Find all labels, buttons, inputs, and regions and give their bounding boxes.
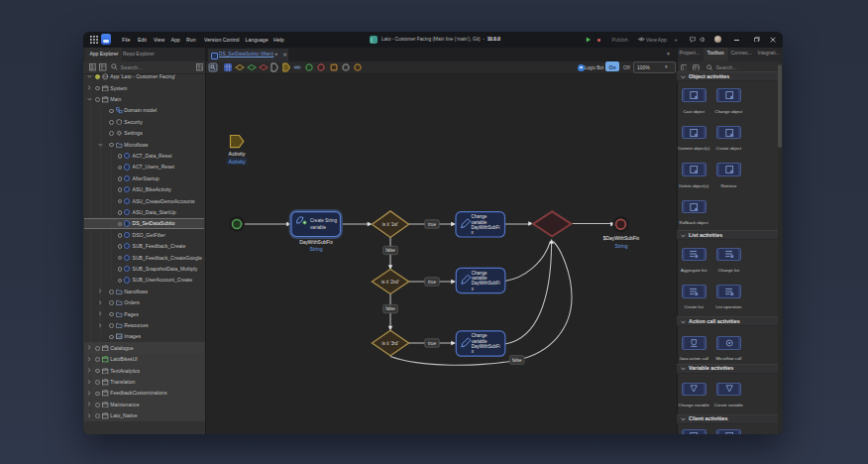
svg-text:Activity: Activity: [229, 159, 246, 165]
svg-text:DayWithSubFi: DayWithSubFi: [472, 281, 500, 286]
svg-text:Change: Change: [472, 271, 488, 276]
svg-text:String: String: [615, 244, 628, 249]
svg-text:is it ‘3rd’: is it ‘3rd’: [382, 341, 399, 346]
svg-text:is it ‘1st’: is it ‘1st’: [382, 222, 398, 227]
svg-text:variable: variable: [472, 339, 488, 344]
svg-text:true: true: [428, 222, 436, 227]
svg-text:$DayWithSubFix: $DayWithSubFix: [603, 236, 640, 241]
svg-text:String: String: [310, 247, 323, 252]
svg-text:false: false: [512, 358, 522, 363]
svg-text:Change: Change: [472, 333, 488, 338]
svg-text:DayWithSubFi: DayWithSubFi: [472, 344, 500, 349]
svg-text:variable: variable: [310, 225, 327, 230]
svg-text:is it ‘2nd’: is it ‘2nd’: [381, 280, 399, 285]
svg-text:DayWithSubFi: DayWithSubFi: [472, 225, 500, 230]
svg-text:false: false: [385, 248, 395, 253]
svg-text:Create String: Create String: [310, 218, 338, 223]
svg-text:variable: variable: [472, 220, 488, 225]
svg-text:Activity: Activity: [229, 151, 246, 157]
svg-text:false: false: [385, 306, 395, 311]
svg-text:true: true: [428, 280, 436, 285]
svg-text:true: true: [428, 341, 436, 346]
svg-text:DayWithSubFix: DayWithSubFix: [299, 240, 333, 245]
svg-text:Change: Change: [472, 214, 488, 219]
svg-text:variable: variable: [472, 276, 488, 281]
